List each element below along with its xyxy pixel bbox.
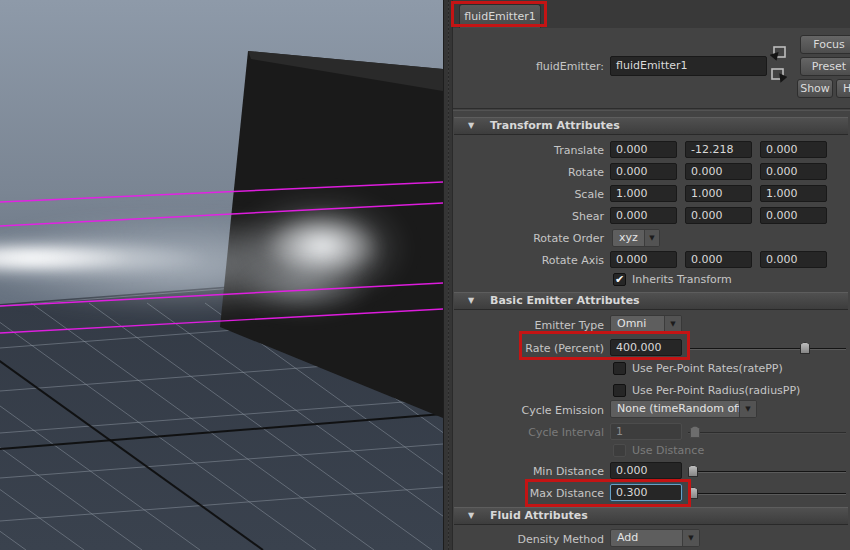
cycle-interval-field: 1: [610, 423, 682, 440]
rotate-label: Rotate: [454, 164, 604, 181]
scale-label: Scale: [454, 186, 604, 203]
slider-track: [688, 471, 846, 472]
cycle-emission-dropdown[interactable]: None (timeRandom off) ▼: [610, 400, 757, 418]
output-connection-icon[interactable]: [770, 68, 787, 83]
cycle-interval-label: Cycle Interval: [454, 424, 604, 441]
node-type-label: fluidEmitter:: [454, 58, 604, 75]
min-distance-field[interactable]: 0.000: [610, 462, 682, 479]
translate-label: Translate: [454, 142, 604, 159]
chevron-down-icon: ▼: [664, 316, 681, 332]
section-collapse-icon: ▼: [468, 121, 474, 130]
rotate-axis-label: Rotate Axis: [454, 252, 604, 269]
rotate-order-label: Rotate Order: [454, 230, 604, 247]
scale-z-field[interactable]: 1.000: [760, 185, 827, 202]
emitter-type-dropdown[interactable]: Omni ▼: [610, 315, 682, 333]
shear-label: Shear: [454, 208, 604, 225]
chevron-down-icon: ▼: [682, 530, 699, 546]
max-distance-label: Max Distance: [454, 485, 604, 502]
use-distance-label: Use Distance: [632, 444, 704, 458]
cycle-interval-slider: [688, 425, 846, 439]
presets-button[interactable]: Preset: [800, 57, 850, 76]
rotate-axis-z-field[interactable]: 0.000: [760, 251, 827, 268]
max-distance-field[interactable]: 0.300: [610, 484, 682, 501]
section-fluid-attributes[interactable]: ▼ Fluid Attributes: [454, 507, 848, 525]
rotate-x-field[interactable]: 0.000: [610, 163, 677, 180]
section-collapse-icon: ▼: [468, 296, 474, 305]
use-per-point-radius-label: Use Per-Point Radius(radiusPP): [632, 384, 800, 398]
maya-window: fluidEmitter1 fluidEmitter: fluidEmitter…: [0, 0, 850, 550]
inherits-transform-label: Inherits Transform: [632, 273, 732, 287]
slider-thumb[interactable]: [800, 342, 810, 354]
max-distance-slider[interactable]: [688, 486, 846, 500]
panel-divider[interactable]: [443, 0, 453, 550]
chevron-down-icon: ▼: [739, 401, 756, 417]
section-transform-attributes[interactable]: ▼ Transform Attributes: [454, 117, 848, 135]
slider-thumb[interactable]: [688, 465, 698, 477]
rotate-z-field[interactable]: 0.000: [760, 163, 827, 180]
min-distance-label: Min Distance: [454, 463, 604, 480]
focus-button[interactable]: Focus: [800, 35, 850, 54]
slider-track: [688, 348, 846, 349]
rotate-y-field[interactable]: 0.000: [685, 163, 752, 180]
hide-button[interactable]: H: [836, 79, 850, 98]
rate-percent-slider[interactable]: [688, 341, 846, 355]
show-button[interactable]: Show: [797, 79, 833, 98]
rotate-order-dropdown[interactable]: xyz ▼: [612, 229, 660, 247]
emitter-type-label: Emitter Type: [454, 317, 604, 334]
slider-thumb[interactable]: [688, 487, 698, 499]
shear-x-field[interactable]: 0.000: [610, 207, 677, 224]
panel-separator: [453, 108, 850, 111]
slider-track: [688, 493, 846, 494]
perspective-viewport[interactable]: [0, 0, 443, 550]
use-per-point-rates-checkbox[interactable]: [613, 362, 626, 375]
tab-fluidemitter1[interactable]: fluidEmitter1: [459, 4, 541, 28]
translate-y-field[interactable]: -12.218: [685, 141, 752, 158]
translate-x-field[interactable]: 0.000: [610, 141, 677, 158]
cycle-emission-label: Cycle Emission: [454, 402, 604, 419]
shear-z-field[interactable]: 0.000: [760, 207, 827, 224]
inherits-transform-checkbox[interactable]: ✔: [613, 273, 626, 286]
rotate-axis-y-field[interactable]: 0.000: [685, 251, 752, 268]
section-collapse-icon: ▼: [468, 511, 474, 520]
scale-x-field[interactable]: 1.000: [610, 185, 677, 202]
use-per-point-radius-checkbox[interactable]: [613, 384, 626, 397]
section-title: Basic Emitter Attributes: [490, 293, 640, 309]
translate-z-field[interactable]: 0.000: [760, 141, 827, 158]
node-name-field[interactable]: fluidEmitter1: [610, 56, 767, 76]
shear-y-field[interactable]: 0.000: [685, 207, 752, 224]
input-connection-icon[interactable]: [770, 46, 787, 61]
section-title: Fluid Attributes: [490, 508, 588, 524]
slider-track: [688, 432, 846, 433]
section-basic-emitter-attributes[interactable]: ▼ Basic Emitter Attributes: [454, 292, 848, 310]
min-distance-slider[interactable]: [688, 464, 846, 478]
emitter-wireframe: [0, 0, 443, 550]
rate-percent-label: Rate (Percent): [454, 340, 604, 357]
rate-percent-field[interactable]: 400.000: [610, 339, 682, 356]
density-method-dropdown[interactable]: Add ▼: [610, 529, 700, 547]
scale-y-field[interactable]: 1.000: [685, 185, 752, 202]
density-method-label: Density Method: [454, 531, 604, 548]
use-per-point-rates-label: Use Per-Point Rates(ratePP): [632, 362, 783, 376]
slider-thumb: [690, 426, 700, 438]
section-title: Transform Attributes: [490, 118, 620, 134]
chevron-down-icon: ▼: [644, 230, 659, 246]
panel-divider-grip: [448, 0, 449, 550]
use-distance-checkbox: [613, 444, 626, 457]
rotate-axis-x-field[interactable]: 0.000: [610, 251, 677, 268]
